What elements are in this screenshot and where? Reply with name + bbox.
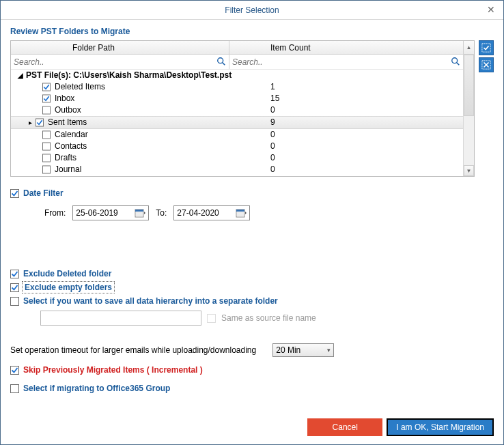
expand-icon[interactable]: ◢ <box>18 70 23 81</box>
same-as-source-checkbox[interactable] <box>207 314 216 323</box>
tree-item[interactable]: Contacts0 <box>11 141 463 152</box>
selection-side-buttons <box>479 40 494 177</box>
svg-point-2 <box>452 58 458 63</box>
folder-label: Inbox <box>55 93 74 104</box>
folder-label: Journal <box>55 164 81 175</box>
folder-checkbox[interactable] <box>42 95 51 103</box>
item-count: 0 <box>229 164 463 175</box>
dialog-content: Review PST Folders to Migrate Folder Pat… <box>1 20 503 444</box>
timeout-value: 20 Min <box>276 345 300 355</box>
tree-root[interactable]: ◢PST File(s): C:\Users\Kaish Sharma\Desk… <box>11 70 463 81</box>
item-count: 0 <box>229 129 463 141</box>
svg-rect-17 <box>11 189 19 197</box>
item-count: 9 <box>229 117 463 128</box>
deselect-all-button[interactable] <box>479 57 494 72</box>
timeout-select[interactable]: 20 Min ▾ <box>272 343 334 357</box>
tree-item[interactable]: ▸Sent Items9 <box>11 116 463 129</box>
column-item-count[interactable]: Item Count <box>229 41 463 54</box>
folder-search-input[interactable] <box>11 56 229 68</box>
exclude-deleted-checkbox[interactable] <box>10 270 19 278</box>
svg-point-0 <box>218 58 223 63</box>
folder-label: Sent Items <box>48 117 87 128</box>
from-date-value: 25-06-2019 <box>76 208 117 218</box>
search-icon[interactable] <box>216 57 226 66</box>
svg-rect-23 <box>236 210 244 212</box>
tree-rows[interactable]: ◢PST File(s): C:\Users\Kaish Sharma\Desk… <box>11 70 463 176</box>
titlebar: Filter Selection ✕ <box>1 1 503 20</box>
svg-rect-13 <box>482 44 490 52</box>
timeout-row: Set operation timeout for larger emails … <box>10 343 494 357</box>
svg-rect-5 <box>42 95 50 102</box>
from-date-input[interactable]: 25-06-2019 <box>72 205 149 220</box>
folder-tree: Folder Path Item Count ▲ <box>10 40 475 177</box>
svg-rect-10 <box>42 154 50 162</box>
tree-item[interactable]: Calendar0 <box>11 129 463 141</box>
exclude-empty-row: Exclude empty folders <box>10 283 494 292</box>
folder-checkbox[interactable] <box>36 119 44 127</box>
svg-rect-27 <box>11 283 19 291</box>
item-count: 0 <box>229 104 463 116</box>
folder-checkbox[interactable] <box>42 106 51 115</box>
close-icon[interactable]: ✕ <box>484 3 498 17</box>
svg-rect-4 <box>42 83 50 91</box>
hierarchy-input-row: Same as source file name <box>40 311 494 326</box>
tree-column-header: Folder Path Item Count ▲ <box>11 41 474 55</box>
folder-checkbox[interactable] <box>42 131 51 139</box>
chevron-down-icon: ▾ <box>327 347 331 354</box>
count-search-input[interactable] <box>229 56 463 68</box>
svg-rect-30 <box>11 366 19 374</box>
tree-item[interactable]: Deleted Items1 <box>11 81 463 93</box>
tree-item[interactable]: Outbox0 <box>11 104 463 116</box>
tree-item[interactable]: Notes0 <box>11 175 463 176</box>
o365-group-row: Select if migrating to Office365 Group <box>10 384 494 393</box>
folder-label: Calendar <box>55 129 88 141</box>
to-date-input[interactable]: 27-04-2020 <box>173 205 250 220</box>
search-icon[interactable] <box>451 57 460 66</box>
same-as-source-label: Same as source file name <box>221 313 316 323</box>
column-folder-path[interactable]: Folder Path <box>11 41 229 54</box>
tree-item[interactable]: Inbox15 <box>11 93 463 104</box>
folder-checkbox[interactable] <box>42 166 51 174</box>
skip-migrated-checkbox[interactable] <box>10 366 19 375</box>
item-count: 1 <box>229 81 463 93</box>
cancel-button[interactable]: Cancel <box>307 418 382 436</box>
svg-line-3 <box>457 63 460 66</box>
skip-migrated-row: Skip Previously Migrated Items ( Increme… <box>10 365 494 375</box>
folder-label: Drafts <box>55 152 76 164</box>
folder-checkbox[interactable] <box>42 83 51 91</box>
vertical-scrollbar[interactable]: ▼ <box>463 55 474 176</box>
item-count: 0 <box>229 175 463 176</box>
item-count: 0 <box>229 152 463 164</box>
row-indicator-icon: ▸ <box>29 117 36 128</box>
from-label: From: <box>44 208 66 218</box>
exclude-empty-checkbox[interactable] <box>10 283 19 292</box>
date-range-row: From: 25-06-2019 To: 27-04-2020 <box>44 205 494 220</box>
save-hierarchy-checkbox[interactable] <box>10 297 19 306</box>
hierarchy-folder-input[interactable] <box>40 311 201 326</box>
svg-rect-31 <box>11 384 19 392</box>
folder-checkbox[interactable] <box>42 154 51 162</box>
section-header: Review PST Folders to Migrate <box>10 27 494 36</box>
start-migration-button[interactable]: I am OK, Start Migration <box>387 418 494 436</box>
item-count: 15 <box>229 93 463 104</box>
timeout-label: Set operation timeout for larger emails … <box>10 345 256 355</box>
svg-rect-19 <box>135 210 143 212</box>
svg-line-1 <box>223 63 225 66</box>
date-filter-checkbox[interactable] <box>10 189 19 198</box>
scroll-down-button[interactable]: ▼ <box>464 165 474 176</box>
scroll-up-button[interactable]: ▲ <box>463 41 474 54</box>
scrollbar-thumb[interactable] <box>464 55 474 116</box>
filter-selection-dialog: Filter Selection ✕ Review PST Folders to… <box>0 0 504 445</box>
folder-checkbox[interactable] <box>42 143 51 151</box>
o365-group-label: Select if migrating to Office365 Group <box>23 384 170 393</box>
exclude-empty-label: Exclude empty folders <box>23 283 113 292</box>
o365-group-checkbox[interactable] <box>10 384 19 393</box>
svg-rect-28 <box>11 297 19 305</box>
calendar-icon[interactable] <box>236 207 247 218</box>
root-label: PST File(s): C:\Users\Kaish Sharma\Deskt… <box>26 70 232 81</box>
tree-item[interactable]: Journal0 <box>11 164 463 175</box>
exclude-deleted-row: Exclude Deleted folder <box>10 269 494 278</box>
select-all-button[interactable] <box>479 40 494 55</box>
tree-item[interactable]: Drafts0 <box>11 152 463 164</box>
calendar-icon[interactable] <box>135 207 145 218</box>
